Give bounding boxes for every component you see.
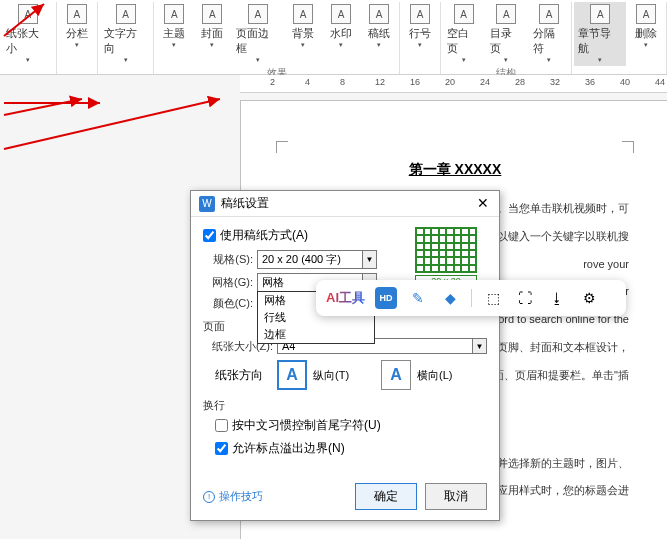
- ribbon-行号[interactable]: A行号▾: [402, 2, 438, 51]
- chevron-down-icon: ▾: [598, 56, 602, 64]
- chevron-down-icon: ▾: [339, 41, 343, 49]
- ribbon-主题[interactable]: A主题▾: [156, 2, 192, 51]
- ribbon-删除[interactable]: A删除▾: [628, 2, 664, 51]
- spec-label: 规格(S):: [203, 252, 253, 267]
- use-gaozhi-label: 使用稿纸方式(A): [220, 227, 308, 244]
- ruler-number: 4: [305, 77, 310, 87]
- chevron-down-icon: ▾: [547, 56, 551, 64]
- grid-label: 网格(G):: [203, 275, 253, 290]
- ribbon-label: 水印: [330, 26, 352, 41]
- ribbon-icon: A: [164, 4, 184, 24]
- ribbon-稿纸[interactable]: A稿纸▾: [361, 2, 397, 51]
- ribbon-icon: A: [248, 4, 268, 24]
- chevron-down-icon[interactable]: ▼: [472, 339, 486, 353]
- ribbon-icon: A: [293, 4, 313, 24]
- ribbon-icon: A: [636, 4, 656, 24]
- portrait-label: 纵向(T): [313, 368, 349, 383]
- settings-icon[interactable]: ⚙: [578, 287, 600, 309]
- ruler-number: 12: [375, 77, 385, 87]
- overflow-checkbox[interactable]: [215, 442, 228, 455]
- ribbon-label: 封面: [201, 26, 223, 41]
- floating-toolbar: AI工具 HD ✎ ◆ ⬚ ⛶ ⭳ ⚙: [316, 280, 626, 316]
- ribbon-文字方向[interactable]: A文字方向▾: [100, 2, 152, 66]
- ruler-number: 44: [655, 77, 665, 87]
- orientation-portrait[interactable]: A: [277, 360, 307, 390]
- ribbon-icon: A: [454, 4, 474, 24]
- ribbon-label: 页面边框: [236, 26, 279, 56]
- ribbon-空白页[interactable]: A空白页▾: [443, 2, 484, 66]
- close-button[interactable]: ✕: [475, 196, 491, 212]
- chevron-down-icon: ▾: [418, 41, 422, 49]
- chevron-down-icon: ▾: [462, 56, 466, 64]
- ribbon-label: 目录页: [490, 26, 523, 56]
- grid-option[interactable]: 边框: [258, 326, 374, 343]
- ribbon-页面边框[interactable]: A页面边框▾: [232, 2, 283, 66]
- svg-line-3: [4, 99, 82, 115]
- ruler-number: 16: [410, 77, 420, 87]
- orientation-landscape[interactable]: A: [381, 360, 411, 390]
- cancel-button[interactable]: 取消: [425, 483, 487, 510]
- select-icon[interactable]: ⬚: [482, 287, 504, 309]
- chevron-down-icon: ▾: [172, 41, 176, 49]
- ribbon-label: 稿纸: [368, 26, 390, 41]
- ribbon-icon: A: [369, 4, 389, 24]
- annotation-arrow: [0, 93, 90, 122]
- ribbon-目录页[interactable]: A目录页▾: [486, 2, 527, 66]
- crop-icon[interactable]: ⛶: [514, 287, 536, 309]
- ribbon-icon: A: [116, 4, 136, 24]
- dialog-titlebar: W 稿纸设置 ✕: [191, 191, 499, 217]
- ribbon-章节导航[interactable]: A章节导航▾: [574, 2, 626, 66]
- ruler-number: 8: [340, 77, 345, 87]
- chevron-down-icon: ▾: [301, 41, 305, 49]
- chevron-down-icon: ▾: [644, 41, 648, 49]
- ribbon-label: 分隔符: [533, 26, 566, 56]
- ribbon-label: 章节导航: [578, 26, 622, 56]
- svg-line-0: [4, 4, 44, 36]
- ruler-number: 32: [550, 77, 560, 87]
- ai-tools-button[interactable]: AI工具: [326, 289, 365, 307]
- download-icon[interactable]: ⭳: [546, 287, 568, 309]
- landscape-label: 横向(L): [417, 368, 452, 383]
- ribbon-背景[interactable]: A背景▾: [285, 2, 321, 51]
- use-gaozhi-checkbox[interactable]: [203, 229, 216, 242]
- ribbon-分隔符[interactable]: A分隔符▾: [529, 2, 570, 66]
- ribbon-label: 背景: [292, 26, 314, 41]
- ruler-number: 20: [445, 77, 455, 87]
- cjk-wrap-checkbox[interactable]: [215, 419, 228, 432]
- ruler-number: 40: [620, 77, 630, 87]
- ribbon-水印[interactable]: A水印▾: [323, 2, 359, 51]
- hd-icon[interactable]: HD: [375, 287, 397, 309]
- ribbon-icon: A: [496, 4, 516, 24]
- chapter-heading: 第一章 XXXXX: [281, 161, 629, 179]
- ribbon-label: 主题: [163, 26, 185, 41]
- ok-button[interactable]: 确定: [355, 483, 417, 510]
- chevron-down-icon: ▾: [210, 41, 214, 49]
- wrap-section-header: 换行: [203, 398, 487, 413]
- chevron-down-icon: ▾: [504, 56, 508, 64]
- chevron-down-icon[interactable]: ▼: [362, 251, 376, 268]
- ribbon-分栏[interactable]: A分栏▾: [59, 2, 95, 51]
- ribbon-label: 行号: [409, 26, 431, 41]
- eraser-icon[interactable]: ◆: [439, 287, 461, 309]
- ruler-number: 2: [270, 77, 275, 87]
- ribbon-icon: A: [410, 4, 430, 24]
- horizontal-ruler: 248121620242832364044: [240, 75, 667, 93]
- ribbon: A纸张大小▾A分栏▾A文字方向▾A主题▾A封面▾A页面边框▾A背景▾A水印▾A稿…: [0, 0, 667, 75]
- pen-icon[interactable]: ✎: [407, 287, 429, 309]
- ribbon-label: 文字方向: [104, 26, 148, 56]
- ribbon-label: 分栏: [66, 26, 88, 41]
- ruler-number: 36: [585, 77, 595, 87]
- tips-link[interactable]: ! 操作技巧: [203, 489, 347, 504]
- ruler-number: 24: [480, 77, 490, 87]
- info-icon: !: [203, 491, 215, 503]
- overflow-label: 允许标点溢出边界(N): [232, 440, 345, 457]
- color-label: 颜色(C):: [203, 296, 253, 311]
- ribbon-label: 空白页: [447, 26, 480, 56]
- spec-combobox[interactable]: 20 x 20 (400 字) ▼: [257, 250, 377, 269]
- annotation-arrow: [0, 0, 60, 43]
- cjk-wrap-label: 按中文习惯控制首尾字符(U): [232, 417, 381, 434]
- orientation-label: 纸张方向: [215, 367, 263, 384]
- ribbon-icon: A: [539, 4, 559, 24]
- ruler-number: 28: [515, 77, 525, 87]
- ribbon-封面[interactable]: A封面▾: [194, 2, 230, 51]
